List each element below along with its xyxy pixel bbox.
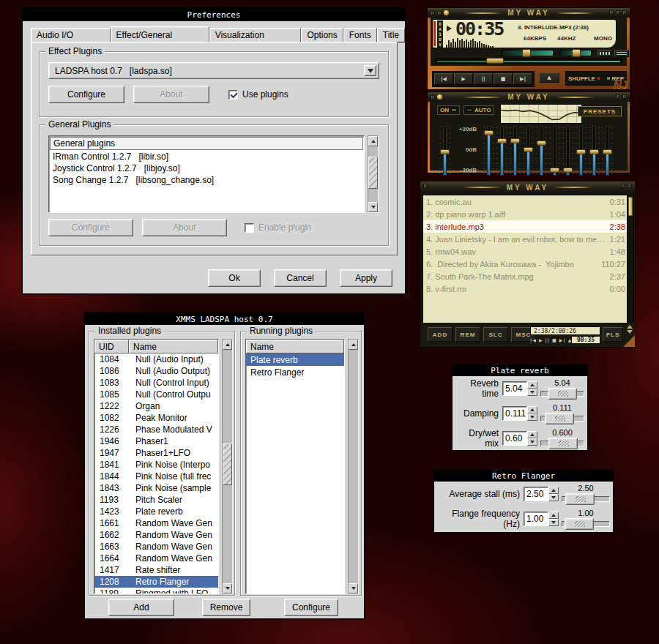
- next-button[interactable]: ▶|: [513, 73, 532, 85]
- installed-plugin-row[interactable]: 1083 Null (Control Input): [94, 377, 218, 389]
- spin-value[interactable]: 0.111: [502, 406, 527, 421]
- playlist-entry[interactable]: 3. interlude.mp3 2:38: [423, 220, 628, 233]
- balance-slider[interactable]: [559, 50, 592, 56]
- eq-band-slider[interactable]: [497, 126, 507, 176]
- mini-transport-controls[interactable]: |◀ ▶ || ■ ▶| ▲: [530, 337, 572, 342]
- installed-plugin-row[interactable]: 1208 Retro Flanger: [94, 576, 218, 588]
- param-slider[interactable]: [540, 388, 584, 400]
- plugin-list-item[interactable]: Song Change 1.2.7 [libsong_change.so]: [49, 174, 364, 186]
- installed-plugin-row[interactable]: 1423 Plate reverb: [94, 506, 218, 517]
- eq-band-slider[interactable]: [550, 126, 559, 176]
- eq-band-knob[interactable]: [524, 147, 533, 152]
- param-slider[interactable]: [562, 493, 610, 505]
- menu-button[interactable]: [423, 184, 428, 188]
- shade-button[interactable]: [609, 10, 614, 15]
- shade-button[interactable]: [616, 94, 620, 99]
- installed-plugin-row[interactable]: 1082 Peak Monitor: [94, 412, 218, 424]
- spin-value[interactable]: 0.60: [502, 431, 527, 446]
- playlist-scrollbar[interactable]: [627, 195, 634, 324]
- playlist-menu-button[interactable]: PLS: [603, 327, 623, 342]
- eq-band-knob[interactable]: [497, 138, 507, 143]
- ladspa-titlebar[interactable]: XMMS LADSPA host 0.7: [85, 313, 364, 325]
- playlist-entry[interactable]: 5. rmw04.wav 1:48: [423, 245, 628, 258]
- eq-band-knob[interactable]: [563, 168, 573, 173]
- preamp-slider[interactable]: [440, 126, 450, 176]
- pause-button[interactable]: ||: [474, 73, 493, 85]
- track-title[interactable]: 3. INTERLUDE.MP3 (2:38): [518, 24, 589, 31]
- installed-plugin-row[interactable]: 1841 Pink Noise (Interpo: [94, 459, 218, 471]
- time-display[interactable]: 00:35: [455, 18, 503, 40]
- presets-button[interactable]: PRESETS: [578, 106, 622, 116]
- slider-handle[interactable]: [548, 438, 578, 449]
- list-header[interactable]: General plugins: [50, 137, 363, 150]
- scroll-down-icon[interactable]: [223, 583, 232, 594]
- spin-up-icon[interactable]: [527, 406, 537, 413]
- installed-plugin-row[interactable]: 1084 Null (Audio Input): [94, 353, 218, 365]
- spin-down-icon[interactable]: [527, 438, 537, 446]
- chevron-down-icon[interactable]: [364, 65, 376, 76]
- previous-button[interactable]: |◀: [434, 73, 453, 85]
- installed-plugin-row[interactable]: 1946 Phaser1: [94, 435, 218, 447]
- spin-up-icon[interactable]: [548, 512, 559, 519]
- installed-list-scrollbar[interactable]: [222, 339, 233, 594]
- plugin-list-item[interactable]: IRman Control 1.2.7 [libir.so]: [49, 151, 364, 162]
- resize-grip[interactable]: [623, 335, 635, 347]
- eq-band-slider[interactable]: [484, 126, 494, 176]
- windowshade-button[interactable]: [616, 10, 620, 15]
- spin-value[interactable]: 1.00: [524, 512, 548, 526]
- scroll-up-icon[interactable]: [349, 340, 358, 350]
- scrollbar-thumb[interactable]: [223, 443, 232, 485]
- param-spinbox[interactable]: 1.00: [524, 512, 559, 526]
- scroll-down-icon[interactable]: [627, 330, 633, 334]
- scroll-up-icon[interactable]: [223, 340, 232, 350]
- close-button[interactable]: [622, 94, 627, 99]
- add-plugin-button[interactable]: Add: [108, 599, 174, 616]
- player-titlebar[interactable]: MY WAY: [428, 8, 630, 18]
- param-spinbox[interactable]: 0.60: [502, 431, 537, 446]
- plate-reverb-titlebar[interactable]: Plate reverb: [453, 365, 587, 376]
- eq-band-knob[interactable]: [576, 149, 586, 154]
- volume-slider[interactable]: [501, 50, 554, 56]
- playlist-entry[interactable]: 7. South Park-The Matrix.mpg 2:37: [423, 270, 628, 282]
- remove-plugin-button[interactable]: Remove: [202, 599, 250, 616]
- playlist-entry[interactable]: 4. Juan Linietsky - I am an evil robot, …: [423, 233, 628, 245]
- eq-band-slider[interactable]: [603, 126, 612, 176]
- eq-on-button[interactable]: ON: [437, 105, 460, 115]
- param-spinbox[interactable]: 2.50: [524, 487, 559, 501]
- playlist-entry[interactable]: 2. dp piano warp 1.aiff 1:04: [423, 208, 628, 220]
- param-slider[interactable]: [540, 438, 584, 449]
- eq-band-knob[interactable]: [589, 149, 599, 154]
- installed-plugin-row[interactable]: 1947 Phaser1+LFO: [94, 447, 218, 459]
- spin-up-icon[interactable]: [527, 431, 537, 438]
- installed-plugin-row[interactable]: 1189 Ringmod with LFO: [94, 588, 218, 594]
- effect-plugin-combo[interactable]: LADSPA host 0.7 [ladspa.so]: [48, 62, 379, 79]
- scroll-down-icon[interactable]: [349, 583, 358, 594]
- installed-plugin-row[interactable]: 1086 Null (Audio Output): [94, 365, 218, 377]
- preferences-tab[interactable]: Visualization Plugins: [209, 28, 302, 42]
- playlist-entry[interactable]: 6. Directed by Akira Kurosawa - Yojimbo …: [423, 258, 628, 270]
- effect-configure-button[interactable]: Configure: [48, 86, 124, 103]
- eq-band-knob[interactable]: [550, 168, 559, 173]
- scrollbar-thumb[interactable]: [368, 157, 378, 189]
- close-button[interactable]: [628, 184, 632, 188]
- installed-plugin-row[interactable]: 1661 Random Wave Gen: [94, 517, 218, 529]
- spin-down-icon[interactable]: [527, 413, 537, 421]
- plugin-list-item[interactable]: Joystick Control 1.2.7 [libjoy.so]: [49, 162, 364, 174]
- eq-band-knob[interactable]: [603, 149, 612, 154]
- preferences-tab[interactable]: Options: [301, 28, 343, 42]
- spin-down-icon[interactable]: [527, 389, 537, 396]
- eq-auto-button[interactable]: AUTO: [463, 105, 494, 115]
- apply-button[interactable]: Apply: [340, 269, 392, 287]
- scrollbar-thumb[interactable]: [628, 197, 633, 216]
- running-plugin-row[interactable]: Plate reverb: [246, 353, 344, 366]
- eq-band-knob[interactable]: [510, 138, 520, 143]
- use-plugins-checkbox[interactable]: Use plugins: [228, 89, 288, 100]
- param-spinbox[interactable]: 0.111: [502, 406, 537, 421]
- slider-handle[interactable]: [565, 493, 595, 505]
- installed-plugin-row[interactable]: 1662 Random Wave Gen: [94, 529, 218, 541]
- spin-up-icon[interactable]: [548, 487, 559, 494]
- cancel-button[interactable]: Cancel: [274, 269, 327, 287]
- eq-band-knob[interactable]: [484, 130, 494, 135]
- play-button[interactable]: ▶: [454, 73, 473, 85]
- ok-button[interactable]: Ok: [208, 269, 261, 287]
